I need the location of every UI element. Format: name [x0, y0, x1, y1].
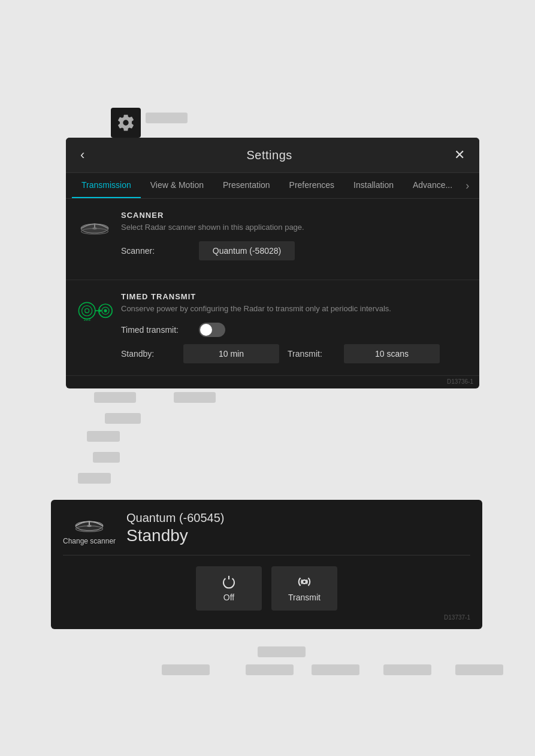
- svg-point-7: [85, 309, 89, 313]
- standby-row: Standby: 10 min Transmit: 10 scans: [121, 344, 468, 363]
- toggle-switch[interactable]: [199, 323, 225, 337]
- scanner-status-text: Standby: [126, 526, 224, 545]
- tab-preferences[interactable]: Preferences: [280, 173, 344, 198]
- power-icon: [222, 575, 236, 589]
- transmit-label: Transmit:: [288, 349, 335, 359]
- tab-advanced[interactable]: Advance...: [403, 173, 462, 198]
- timed-transmit-title: TIMED TRANSMIT: [121, 292, 468, 301]
- svg-point-13: [104, 309, 107, 312]
- radar-scanner-icon: [78, 213, 111, 237]
- timed-transmit-section-body: TIMED TRANSMIT Conserve power by configu…: [121, 292, 468, 363]
- gear-icon: [116, 113, 135, 132]
- settings-title: Settings: [247, 148, 292, 162]
- settings-content: SCANNER Select Radar scanner shown in th…: [66, 199, 479, 388]
- scanner-section: SCANNER Select Radar scanner shown in th…: [66, 199, 479, 280]
- scanner-status-icon: [72, 511, 106, 535]
- svg-point-6: [82, 306, 92, 316]
- gear-box: [111, 108, 141, 138]
- standby-value[interactable]: 10 min: [183, 344, 279, 363]
- timed-transmit-icon-svg: zzz: [77, 294, 113, 324]
- tab-transmission[interactable]: Transmission: [72, 173, 141, 198]
- scanner-divider: [63, 555, 470, 555]
- scanner-info: Quantum (-60545) Standby: [126, 511, 224, 545]
- scanner-buttons: Off Transmit: [63, 566, 470, 611]
- timed-transmit-section: zzz TIMED TRANSMIT Conserve power by con…: [66, 280, 479, 376]
- timed-transmit-field-row: Timed transmit:: [121, 323, 468, 337]
- timed-transmit-label: Timed transmit:: [121, 325, 199, 335]
- scanner-diagram-id: D13737-1: [63, 611, 470, 621]
- tab-view-motion[interactable]: View & Motion: [141, 173, 213, 198]
- tab-next-arrow[interactable]: ›: [462, 180, 473, 192]
- timed-transmit-icon: zzz: [77, 292, 113, 324]
- scanner-name: Quantum (-60545): [126, 511, 224, 525]
- scanner-icon-wrap: Change scanner: [63, 511, 116, 545]
- settings-header: ‹ Settings ✕: [66, 138, 479, 173]
- scanner-value[interactable]: Quantum (-58028): [199, 241, 295, 260]
- tab-presentation[interactable]: Presentation: [213, 173, 280, 198]
- off-button-label: Off: [223, 593, 234, 602]
- scanner-status-panel: Change scanner Quantum (-60545) Standby …: [51, 500, 482, 629]
- scanner-label: Scanner:: [121, 246, 199, 256]
- standby-label: Standby:: [121, 349, 175, 359]
- scanner-title: SCANNER: [121, 211, 468, 220]
- off-button[interactable]: Off: [196, 566, 262, 611]
- settings-panel: ‹ Settings ✕ Transmission View & Motion …: [66, 138, 479, 388]
- transmit-icon: [297, 575, 312, 589]
- svg-point-19: [303, 580, 306, 584]
- scanner-desc: Select Radar scanner shown in this appli…: [121, 222, 468, 233]
- scanner-section-body: SCANNER Select Radar scanner shown in th…: [121, 211, 468, 268]
- close-button[interactable]: ✕: [451, 146, 468, 164]
- gear-icon-area: [111, 108, 141, 138]
- tab-installation[interactable]: Installation: [344, 173, 403, 198]
- change-scanner-label[interactable]: Change scanner: [63, 537, 116, 545]
- transmit-button-label: Transmit: [288, 593, 321, 602]
- scanner-icon: [77, 211, 113, 237]
- diagram-id-1: D13736-1: [66, 376, 479, 388]
- transmit-button[interactable]: Transmit: [271, 566, 337, 611]
- transmit-value[interactable]: 10 scans: [344, 344, 440, 363]
- toggle-knob: [200, 324, 212, 336]
- scanner-field-row: Scanner: Quantum (-58028): [121, 241, 468, 260]
- timed-transmit-desc: Conserve power by configuring the Radar …: [121, 303, 468, 314]
- scanner-top: Change scanner Quantum (-60545) Standby: [63, 511, 470, 545]
- settings-tabs: Transmission View & Motion Presentation …: [66, 173, 479, 199]
- back-button[interactable]: ‹: [77, 146, 88, 164]
- timed-transmit-toggle[interactable]: [199, 323, 225, 337]
- svg-text:zzz: zzz: [84, 317, 91, 322]
